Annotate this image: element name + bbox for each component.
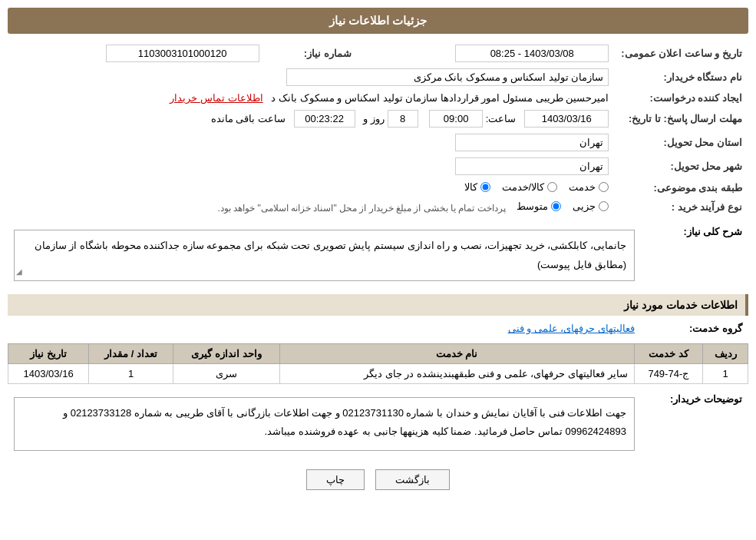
col-header-date: تاریخ نیاز bbox=[8, 344, 89, 364]
purchase-label-partial: جزیی bbox=[573, 200, 596, 212]
buyer-org-value: سازمان تولید اسکناس و مسکوک بانک مرکزی bbox=[286, 68, 609, 86]
deadline-label: مهلت ارسال پاسخ: تا تاریخ: bbox=[615, 107, 748, 131]
button-bar: بازگشت چاپ bbox=[8, 469, 748, 490]
purchase-radio-partial[interactable] bbox=[599, 201, 609, 211]
table-row: 1 ج-74-749 سایر فعالیتهای حرفهای، علمی و… bbox=[8, 364, 748, 384]
creator-value: امیرحسین طریبی مسئول امور قراردادها سازم… bbox=[271, 92, 609, 104]
purchase-radio-group: جزیی متوسط bbox=[517, 200, 609, 212]
need-number-cell: 1103003101000120 bbox=[8, 41, 266, 65]
buyer-notes-label: توضیحات خریدار: bbox=[641, 390, 748, 458]
service-group-value[interactable]: فعالیتهای حرفهای، علمی و فنی bbox=[508, 323, 635, 334]
services-section-title: اطلاعات خدمات مورد نیاز bbox=[8, 294, 748, 316]
page-title: جزئیات اطلاعات نیاز bbox=[8, 8, 748, 34]
deadline-remain-label: ساعت باقی مانده bbox=[211, 113, 286, 124]
category-option-goods[interactable]: کالا bbox=[464, 181, 490, 193]
deadline-days: 8 bbox=[388, 110, 418, 128]
buyer-org-cell: سازمان تولید اسکناس و مسکوک بانک مرکزی bbox=[8, 65, 615, 89]
category-radio-goods-service[interactable] bbox=[547, 182, 557, 192]
category-cell: خدمت کالا/خدمت کالا bbox=[8, 178, 615, 197]
category-label-goods-service: کالا/خدمت bbox=[502, 181, 545, 193]
purchase-label-medium: متوسط bbox=[517, 200, 548, 212]
announce-value-cell: 1403/03/08 - 08:25 bbox=[358, 41, 616, 65]
purchase-option-medium[interactable]: متوسط bbox=[517, 200, 561, 212]
col-header-qty: تعداد / مقدار bbox=[89, 344, 173, 364]
need-number-label: شماره نیاز: bbox=[266, 41, 358, 65]
buyer-notes-text: جهت اطلاعات فنی با آقایان نمایش و خندان … bbox=[14, 397, 635, 451]
col-header-unit: واحد اندازه گیری bbox=[173, 344, 280, 364]
city-cell: تهران bbox=[8, 154, 615, 178]
creator-contact-link[interactable]: اطلاعات تماس خریدار bbox=[170, 92, 262, 104]
province-value: تهران bbox=[455, 134, 609, 151]
category-label: طبقه بندی موضوعی: bbox=[615, 178, 748, 197]
deadline-date: 1403/03/16 bbox=[524, 110, 609, 128]
col-header-code: کد خدمت bbox=[634, 344, 702, 364]
cell-qty: 1 bbox=[89, 364, 173, 384]
need-desc-text: جانمایی، کابلکشی، خرید تجهیزات، نصب و را… bbox=[14, 230, 635, 281]
cell-name: سایر فعالیتهای حرفهای، علمی و فنی طبقهبن… bbox=[279, 364, 634, 384]
city-label: شهر محل تحویل: bbox=[615, 154, 748, 178]
province-label: استان محل تحویل: bbox=[615, 131, 748, 154]
service-group-label: گروه خدمت: bbox=[641, 320, 748, 337]
purchase-radio-medium[interactable] bbox=[551, 201, 561, 211]
need-desc-label: شرح کلی نیاز: bbox=[641, 223, 748, 288]
service-group-cell: فعالیتهای حرفهای، علمی و فنی bbox=[8, 320, 641, 337]
province-cell: تهران bbox=[8, 131, 615, 154]
cell-rownum: 1 bbox=[703, 364, 748, 384]
print-button[interactable]: چاپ bbox=[306, 469, 365, 490]
purchase-option-partial[interactable]: جزیی bbox=[573, 200, 609, 212]
cell-unit: سری bbox=[173, 364, 280, 384]
category-label-goods: کالا bbox=[464, 181, 477, 193]
category-option-service[interactable]: خدمت bbox=[569, 181, 609, 193]
purchase-note: پرداخت تمام یا بخشی از مبلغ خریدار از مح… bbox=[218, 203, 506, 214]
deadline-time-label: ساعت: bbox=[486, 113, 517, 124]
announce-date: 1403/03/08 - 08:25 bbox=[455, 45, 609, 62]
deadline-cell: 1403/03/16 ساعت: 09:00 8 روز و 00:23:22 … bbox=[8, 107, 615, 131]
services-table: ردیف کد خدمت نام خدمت واحد اندازه گیری ت… bbox=[8, 343, 748, 384]
category-radio-group: خدمت کالا/خدمت کالا bbox=[464, 181, 609, 193]
creator-label: ایجاد کننده درخواست: bbox=[615, 89, 748, 107]
buyer-org-label: نام دستگاه خریدار: bbox=[615, 65, 748, 89]
category-label-service: خدمت bbox=[569, 181, 596, 193]
col-header-name: نام خدمت bbox=[279, 344, 634, 364]
back-button[interactable]: بازگشت bbox=[375, 469, 450, 490]
buyer-notes-cell: جهت اطلاعات فنی با آقایان نمایش و خندان … bbox=[8, 390, 641, 458]
deadline-time: 09:00 bbox=[429, 110, 483, 128]
purchase-type-label: نوع فرآیند خرید : bbox=[615, 197, 748, 217]
deadline-remain: 00:23:22 bbox=[294, 110, 355, 128]
col-header-rownum: ردیف bbox=[703, 344, 748, 364]
city-value: تهران bbox=[455, 157, 609, 175]
category-option-goods-service[interactable]: کالا/خدمت bbox=[502, 181, 558, 193]
announce-label: تاریخ و ساعت اعلان عمومی: bbox=[615, 41, 748, 65]
category-radio-goods[interactable] bbox=[480, 182, 490, 192]
cell-code: ج-74-749 bbox=[634, 364, 702, 384]
deadline-days-label: روز و bbox=[363, 113, 385, 124]
need-desc-cell: جانمایی، کابلکشی، خرید تجهیزات، نصب و را… bbox=[8, 223, 641, 288]
need-number-value: 1103003101000120 bbox=[106, 45, 259, 62]
creator-cell: امیرحسین طریبی مسئول امور قراردادها سازم… bbox=[8, 89, 615, 107]
cell-date: 1403/03/16 bbox=[8, 364, 89, 384]
purchase-type-cell: جزیی متوسط پرداخت تمام یا بخشی از مبلغ خ… bbox=[8, 197, 615, 217]
category-radio-service[interactable] bbox=[599, 182, 609, 192]
